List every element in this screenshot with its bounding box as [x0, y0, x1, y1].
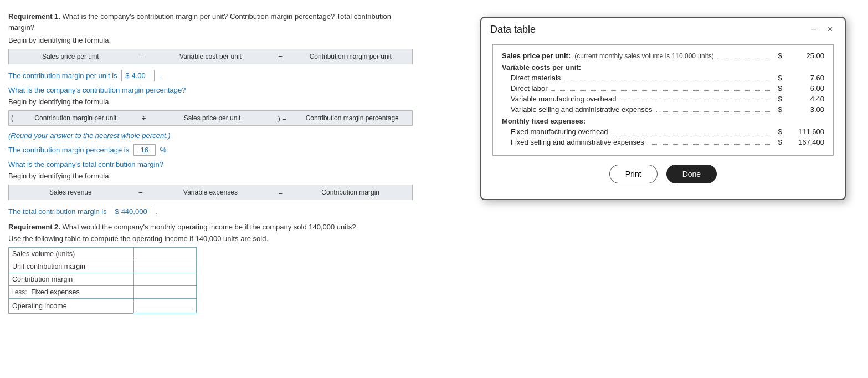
vc-currency-2: $	[774, 95, 785, 103]
formula2-pareneq: ) =	[272, 114, 292, 122]
variable-costs-list: Direct materials $ 7.60 Direct labor $ 6…	[502, 74, 824, 114]
vc-value-2: 4.40	[785, 95, 824, 103]
formula3-cell1: Sales revenue	[9, 185, 132, 200]
input-oi[interactable]	[137, 301, 193, 310]
fe-value-0: 111,600	[785, 127, 824, 136]
round-note: (Round your answer to the nearest whole …	[8, 131, 413, 140]
sales-price-label: Sales price per unit: (current monthly s…	[502, 52, 714, 60]
modal-titlebar: Data table − ×	[481, 18, 845, 40]
row-input-cm[interactable]	[134, 273, 197, 286]
left-panel: Requirement 1. What is the company's con…	[0, 6, 421, 320]
row-input-ucm[interactable]	[134, 260, 197, 273]
answer1-value: 4.00	[131, 71, 145, 80]
formula1-cell1: Sales price per unit	[9, 49, 132, 64]
q2-text: What is the company's contribution margi…	[8, 86, 413, 94]
formula3-op1: −	[132, 188, 149, 197]
dots	[612, 134, 771, 134]
income-table: Sales volume (units) Unit contribution m…	[8, 247, 197, 314]
formula1-cell2: Variable cost per unit	[149, 49, 273, 64]
vc-label-0: Direct materials	[511, 74, 561, 82]
print-button[interactable]: Print	[609, 165, 658, 183]
data-table-inner: Sales price per unit: (current monthly s…	[492, 44, 834, 156]
fe-currency-0: $	[774, 127, 785, 136]
input-sales-volume[interactable]	[137, 250, 193, 258]
formula2-cell2: Sales price per unit	[152, 111, 273, 125]
formula2-result: Contribution margin percentage	[292, 111, 412, 125]
row-label-sales-volume: Sales volume (units)	[9, 248, 134, 260]
vc-row-1: Direct labor $ 6.00	[511, 84, 824, 93]
input-cm[interactable]	[137, 275, 193, 283]
answer2-line: The contribution margin percentage is 16…	[8, 144, 413, 156]
fe-value-1: 167,400	[785, 138, 824, 146]
vc-currency-0: $	[774, 74, 785, 82]
sales-price-currency: $	[774, 52, 785, 60]
answer3-box: $ 440,000	[111, 206, 151, 217]
formula2-paren: (	[9, 111, 16, 125]
fe-currency-1: $	[774, 138, 785, 146]
row-label-oi: Operating income	[9, 299, 134, 314]
answer3-line: The total contribution margin is $ 440,0…	[8, 206, 413, 217]
formula1-op1: −	[132, 53, 149, 61]
answer3-value: 440,000	[121, 207, 147, 216]
dots	[656, 111, 771, 112]
table-row: Unit contribution margin	[9, 260, 197, 273]
answer1-line: The contribution margin per unit is $ 4.…	[8, 70, 413, 81]
req1-text: What is the company's contribution margi…	[8, 12, 391, 32]
req2-sub: Use the following table to compute the o…	[8, 234, 413, 243]
formula3-cell2: Variable expenses	[149, 185, 273, 200]
formula1-result: Contribution margin per unit	[289, 49, 412, 64]
vc-row-0: Direct materials $ 7.60	[511, 74, 824, 82]
row-label-cm: Contribution margin	[9, 273, 134, 286]
req2-heading: Requirement 2. What would the company's …	[8, 223, 413, 231]
req1-begin1: Begin by identifying the formula.	[8, 36, 413, 44]
req1-bold: Requirement 1.	[8, 12, 60, 21]
dots	[648, 144, 771, 145]
row-input-fixed[interactable]	[134, 286, 197, 299]
req1-begin2: Begin by identifying the formula.	[8, 98, 413, 106]
input-ucm[interactable]	[137, 263, 193, 270]
answer2-value: 16	[133, 144, 156, 156]
req2-text: What would the company's monthly operati…	[60, 223, 356, 231]
formula2-row: ( Contribution margin per unit ÷ Sales p…	[8, 110, 413, 126]
vc-row-2: Variable manufacturing overhead $ 4.40	[511, 95, 824, 103]
formula3-result: Contribution margin	[289, 185, 412, 200]
table-row: Contribution margin	[9, 273, 197, 286]
vc-currency-3: $	[774, 105, 785, 114]
formula3-row: Sales revenue − Variable expenses = Cont…	[8, 185, 413, 200]
dots	[551, 90, 771, 91]
less-label: Less:	[11, 288, 27, 296]
formula2-op1: ÷	[136, 114, 152, 122]
minimize-button[interactable]: −	[808, 23, 819, 35]
vc-label-2: Variable manufacturing overhead	[511, 95, 617, 103]
done-button[interactable]: Done	[666, 165, 717, 183]
row-input-oi[interactable]	[134, 299, 197, 314]
fe-label-0: Fixed manufacturing overhead	[511, 127, 608, 136]
vc-value-3: 3.00	[785, 105, 824, 114]
answer3-prefix: The total contribution margin is	[8, 207, 107, 216]
fe-row-1: Fixed selling and administrative expense…	[511, 138, 824, 146]
req1-begin3: Begin by identifying the formula.	[8, 172, 413, 180]
answer2-prefix: The contribution margin percentage is	[8, 146, 129, 154]
fixed-expenses-list: Fixed manufacturing overhead $ 111,600 F…	[502, 127, 824, 146]
vc-label-1: Direct labor	[511, 84, 547, 93]
dots	[717, 58, 771, 58]
row-label-ucm: Unit contribution margin	[9, 260, 134, 273]
input-fixed[interactable]	[137, 288, 193, 296]
modal-footer: Print Done	[492, 156, 834, 188]
row-input-sales-volume[interactable]	[134, 248, 197, 260]
table-row: Sales volume (units)	[9, 248, 197, 260]
vc-currency-1: $	[774, 84, 785, 93]
formula2-cell1: Contribution margin per unit	[16, 111, 136, 125]
sales-price-note: (current monthly sales volume is 110,000…	[573, 52, 714, 60]
answer1-box: $ 4.00	[121, 70, 155, 81]
answer2-suffix: %.	[160, 146, 168, 154]
req1-heading: Requirement 1. What is the company's con…	[8, 11, 413, 33]
monthly-fixed-header: Monthly fixed expenses:	[502, 117, 824, 125]
vc-value-0: 7.60	[785, 74, 824, 82]
fe-label-1: Fixed selling and administrative expense…	[511, 138, 644, 146]
formula1-eq: =	[272, 53, 289, 61]
close-button[interactable]: ×	[824, 23, 836, 35]
modal-title: Data table	[490, 24, 536, 35]
vc-label-3: Variable selling and administrative expe…	[511, 105, 653, 114]
modal-body: Sales price per unit: (current monthly s…	[481, 40, 845, 199]
